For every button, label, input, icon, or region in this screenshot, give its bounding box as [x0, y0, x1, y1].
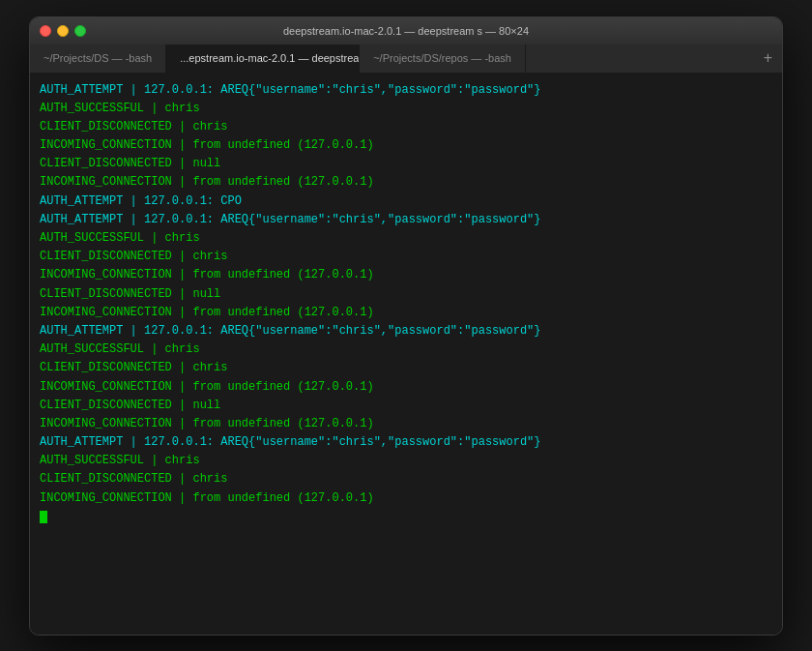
terminal-line-2: CLIENT_DISCONNECTED | chris [40, 118, 772, 136]
terminal-line-11: CLIENT_DISCONNECTED | null [40, 285, 772, 304]
close-button[interactable] [40, 25, 51, 37]
terminal-line-0: AUTH_ATTEMPT | 127.0.0.1: AREQ{"username… [40, 81, 772, 100]
terminal-line-14: AUTH_SUCCESSFUL | chris [40, 340, 772, 359]
terminal-line-17: CLIENT_DISCONNECTED | null [40, 397, 772, 415]
tab-1[interactable]: ...epstream.io-mac-2.0.1 — deepstream s … [166, 44, 360, 73]
tab-2[interactable]: ~/Projects/DS/repos — -bash [360, 44, 526, 73]
terminal-line-7: AUTH_ATTEMPT | 127.0.0.1: AREQ{"username… [40, 211, 772, 229]
title-bar: deepstream.io-mac-2.0.1 — deepstream s —… [30, 17, 782, 44]
add-tab-button[interactable]: + [754, 44, 782, 73]
minimize-button[interactable] [57, 25, 69, 37]
terminal-line-8: AUTH_SUCCESSFUL | chris [40, 229, 772, 248]
terminal-line-21: CLIENT_DISCONNECTED | chris [40, 470, 772, 488]
terminal-line-5: INCOMING_CONNECTION | from undefined (12… [40, 173, 772, 192]
terminal-line-10: INCOMING_CONNECTION | from undefined (12… [40, 266, 772, 284]
terminal-line-18: INCOMING_CONNECTION | from undefined (12… [40, 415, 772, 433]
terminal-line-15: CLIENT_DISCONNECTED | chris [40, 359, 772, 377]
tabs-bar: ~/Projects/DS — -bash ...epstream.io-mac… [30, 44, 782, 74]
terminal-line-16: INCOMING_CONNECTION | from undefined (12… [40, 378, 772, 397]
terminal-line-20: AUTH_SUCCESSFUL | chris [40, 452, 772, 470]
terminal-line-9: CLIENT_DISCONNECTED | chris [40, 248, 772, 266]
terminal-line-6: AUTH_ATTEMPT | 127.0.0.1: CPO [40, 192, 772, 211]
terminal-window: deepstream.io-mac-2.0.1 — deepstream s —… [29, 16, 783, 636]
terminal-line-19: AUTH_ATTEMPT | 127.0.0.1: AREQ{"username… [40, 433, 772, 452]
terminal-line-12: INCOMING_CONNECTION | from undefined (12… [40, 304, 772, 322]
terminal-line-4: CLIENT_DISCONNECTED | null [40, 155, 772, 173]
terminal-line-1: AUTH_SUCCESSFUL | chris [40, 100, 772, 118]
terminal-cursor [40, 511, 47, 523]
terminal-line-3: INCOMING_CONNECTION | from undefined (12… [40, 136, 772, 155]
maximize-button[interactable] [74, 25, 86, 37]
terminal-line-13: AUTH_ATTEMPT | 127.0.0.1: AREQ{"username… [40, 322, 772, 340]
terminal-cursor-line [40, 508, 772, 526]
tab-0[interactable]: ~/Projects/DS — -bash [30, 44, 166, 73]
traffic-lights [40, 25, 86, 37]
window-title: deepstream.io-mac-2.0.1 — deepstream s —… [30, 25, 782, 37]
terminal-output[interactable]: AUTH_ATTEMPT | 127.0.0.1: AREQ{"username… [30, 74, 782, 635]
terminal-line-22: INCOMING_CONNECTION | from undefined (12… [40, 489, 772, 508]
